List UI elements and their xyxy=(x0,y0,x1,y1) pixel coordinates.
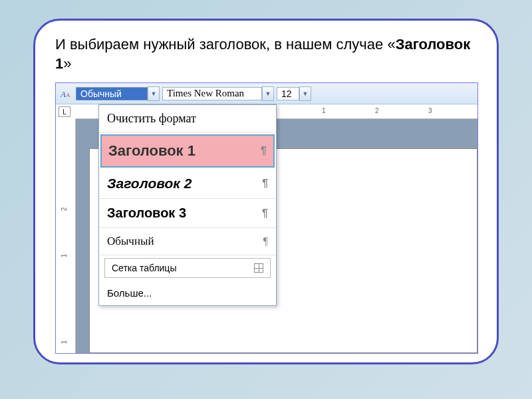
style-dropdown-menu: Очистить формат Заголовок 1 ¶ Заголовок … xyxy=(98,104,277,306)
menu-label: Заголовок 1 xyxy=(108,142,196,160)
chevron-down-icon: ▼ xyxy=(151,90,157,97)
menu-label: Обычный xyxy=(107,235,154,248)
size-dropdown-arrow[interactable]: ▼ xyxy=(299,86,311,101)
chevron-down-icon: ▼ xyxy=(303,90,309,97)
svg-text:A: A xyxy=(66,92,70,98)
tab-stop-icon[interactable]: L xyxy=(59,106,70,117)
size-field[interactable]: 12 xyxy=(277,87,299,100)
menu-label: Сетка таблицы xyxy=(112,263,176,273)
style-dropdown-arrow[interactable]: ▼ xyxy=(148,86,160,101)
font-combo[interactable]: Times New Roman ▼ xyxy=(162,86,274,101)
app-window: A A Обычный ▼ Times New Roman ▼ 12 ▼ L 1… xyxy=(55,82,478,354)
menu-item-normal[interactable]: Обычный ¶ xyxy=(99,228,276,255)
instruction-suffix: » xyxy=(63,55,71,72)
menu-item-heading-2[interactable]: Заголовок 2 ¶ xyxy=(99,169,276,199)
size-combo[interactable]: 12 ▼ xyxy=(277,86,311,101)
pilcrow-icon: ¶ xyxy=(263,235,268,247)
ruler-tick: 1 xyxy=(61,340,68,344)
vertical-ruler[interactable]: 1 2 1 xyxy=(56,119,76,353)
ruler-tick: 2 xyxy=(375,107,379,114)
menu-item-table-grid[interactable]: Сетка таблицы xyxy=(104,258,271,278)
menu-item-heading-1[interactable]: Заголовок 1 ¶ xyxy=(100,134,275,168)
instruction-prefix: И выбираем нужный заголовок, в нашем слу… xyxy=(55,36,396,53)
svg-text:A: A xyxy=(60,89,66,99)
styles-icon[interactable]: A A xyxy=(59,86,73,101)
pilcrow-icon: ¶ xyxy=(262,207,268,219)
slide-frame: И выбираем нужный заголовок, в нашем слу… xyxy=(33,19,499,364)
instruction-text: И выбираем нужный заголовок, в нашем слу… xyxy=(55,35,477,73)
formatting-toolbar: A A Обычный ▼ Times New Roman ▼ 12 ▼ xyxy=(56,83,477,104)
ruler-tick: 1 xyxy=(322,107,326,114)
menu-label: Очистить формат xyxy=(107,112,196,126)
pilcrow-icon: ¶ xyxy=(261,145,267,157)
menu-label: Заголовок 2 xyxy=(107,176,192,192)
chevron-down-icon: ▼ xyxy=(265,90,271,97)
ruler-tick: 2 xyxy=(61,207,68,211)
menu-label: Больше... xyxy=(107,287,152,299)
font-field[interactable]: Times New Roman xyxy=(162,87,262,100)
font-dropdown-arrow[interactable]: ▼ xyxy=(262,86,274,101)
menu-item-more[interactable]: Больше... xyxy=(99,281,276,305)
menu-item-heading-3[interactable]: Заголовок 3 ¶ xyxy=(99,199,276,228)
menu-label: Заголовок 3 xyxy=(107,205,186,221)
style-combo[interactable]: Обычный ▼ xyxy=(76,86,160,101)
ruler-tick: 3 xyxy=(428,107,432,114)
pilcrow-icon: ¶ xyxy=(262,178,268,190)
style-field[interactable]: Обычный xyxy=(76,87,148,100)
menu-item-clear-format[interactable]: Очистить формат xyxy=(99,105,276,133)
ruler-tick: 1 xyxy=(61,254,68,258)
table-grid-icon xyxy=(254,263,263,273)
